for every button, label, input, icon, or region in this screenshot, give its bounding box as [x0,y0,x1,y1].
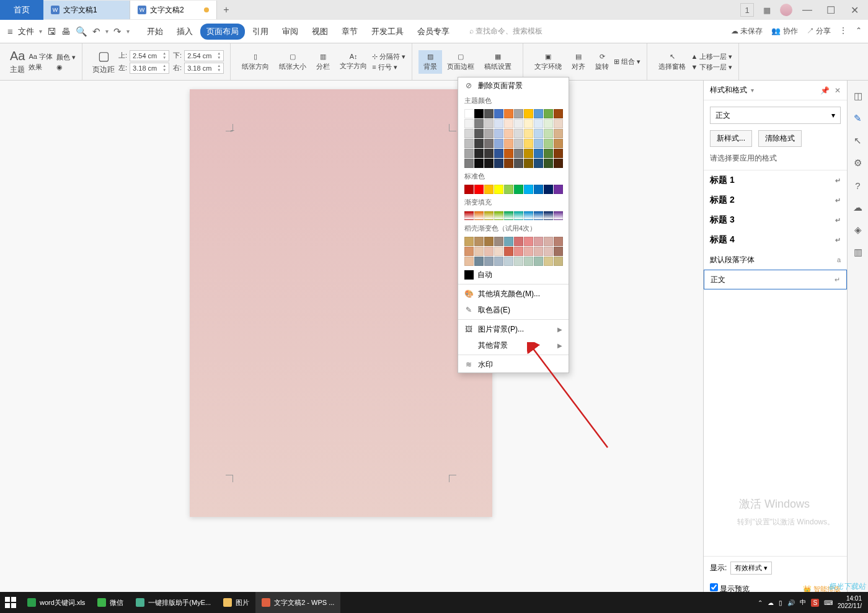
gradient-swatch[interactable] [504,211,513,220]
color-swatch[interactable] [484,119,494,128]
gradient-swatch[interactable] [514,211,523,220]
show-filter-select[interactable]: 有效样式 ▾ [730,562,772,575]
collab-label[interactable]: 👥 协作 [771,26,797,37]
margin-right-input[interactable]: 3.18 cm▲▼ [184,63,224,74]
print-icon[interactable]: 🖶 [61,26,71,37]
select-icon[interactable]: ↖ [851,134,865,148]
other-fill-item[interactable]: 🎨其他填充颜色(M)... [458,286,569,302]
gradient-swatch[interactable] [544,211,553,220]
gradient-swatch[interactable] [554,257,563,266]
color-swatch[interactable] [494,159,503,168]
bring-forward-button[interactable]: ▲ 上移一层 ▾ [691,52,732,61]
color-swatch[interactable] [554,129,563,138]
color-swatch[interactable] [524,129,533,138]
tray-keyboard-icon[interactable]: ⌨ [824,599,833,606]
eyedropper-item[interactable]: ✎取色器(E) [458,302,569,318]
menu-member[interactable]: 会员专享 [411,24,456,40]
style-item[interactable]: 标题 3↵ [704,210,847,230]
gradient-swatch[interactable] [464,211,474,220]
tray-volume-icon[interactable]: 🔊 [787,599,795,606]
orientation-button[interactable]: ▯纸张方向 [237,50,274,74]
add-tab-button[interactable]: + [217,1,236,19]
group-button[interactable]: ⊞ 组合 ▾ [614,57,640,66]
color-swatch[interactable] [464,159,474,168]
color-swatch[interactable] [544,129,553,138]
watermark-item[interactable]: ≋水印 [458,356,569,373]
theme-button[interactable]: Aa主题 [6,49,29,75]
pin-icon[interactable]: 📌 [820,86,830,95]
color-swatch[interactable] [534,119,543,128]
gradient-swatch[interactable] [494,247,503,256]
color-swatch[interactable] [524,185,533,194]
color-swatch[interactable] [544,109,553,118]
separator-button[interactable]: ⊹ 分隔符 ▾ [372,52,405,61]
gradient-swatch[interactable] [514,237,523,246]
tray-network-icon[interactable]: ▯ [779,599,782,606]
color-swatch[interactable] [474,109,484,118]
tray-cloud-icon[interactable]: ☁ [768,599,774,606]
preview-icon[interactable]: 🔍 [76,26,87,37]
color-swatch[interactable] [464,129,474,138]
color-swatch[interactable] [474,129,484,138]
color-swatch[interactable] [524,159,533,168]
gradient-swatch[interactable] [534,247,543,256]
color-swatch[interactable] [534,185,543,194]
gradient-swatch[interactable] [514,257,523,266]
cloud-icon[interactable]: ☁ [851,201,865,214]
effect-dd[interactable]: ◉ [56,63,76,71]
color-swatch[interactable] [544,119,553,128]
color-swatch[interactable] [554,149,563,158]
layout-icon[interactable]: ▥ [851,245,865,259]
gradient-swatch[interactable] [474,247,484,256]
color-swatch[interactable] [494,109,503,118]
gradient-swatch[interactable] [544,257,553,266]
color-swatch[interactable] [514,109,523,118]
color-swatch[interactable] [534,129,543,138]
new-style-button[interactable]: 新样式... [710,130,752,147]
color-swatch[interactable] [544,139,553,148]
color-swatch[interactable] [504,185,513,194]
rotate-button[interactable]: ⟳旋转 [590,50,614,74]
unsaved-label[interactable]: ☁ 未保存 [731,26,763,37]
gradient-swatch[interactable] [484,257,494,266]
menu-page-layout[interactable]: 页面布局 [200,24,245,40]
color-swatch[interactable] [544,185,553,194]
file-menu[interactable]: 文件 [18,26,34,37]
style-item[interactable]: 默认段落字体a [704,250,847,270]
note-paper-button[interactable]: ▦稿纸设置 [479,50,516,74]
taskbar-item[interactable]: 微信 [91,592,130,613]
redo-icon[interactable]: ↷ [113,26,122,37]
gradient-swatch[interactable] [554,247,563,256]
color-swatch[interactable] [464,139,474,148]
color-swatch[interactable] [514,129,523,138]
color-swatch[interactable] [524,119,533,128]
gradient-swatch[interactable] [554,211,563,220]
gradient-swatch[interactable] [484,247,494,256]
command-search[interactable]: 查找命令、搜索模板 [469,26,542,37]
color-swatch[interactable] [544,159,553,168]
style-item[interactable]: 标题 4↵ [704,230,847,250]
clear-format-button[interactable]: 清除格式 [758,130,802,147]
color-swatch[interactable] [484,149,494,158]
menu-view[interactable]: 视图 [306,24,334,40]
styles-icon[interactable]: ✎ [851,112,865,125]
style-item[interactable]: 标题 1↵ [704,170,847,190]
color-swatch[interactable] [534,109,543,118]
gradient-swatch[interactable] [504,257,513,266]
color-swatch[interactable] [494,185,503,194]
home-tab[interactable]: 首页 [0,0,43,20]
current-style-select[interactable]: 正文▾ [710,107,841,124]
gradient-swatch[interactable] [534,237,543,246]
taskbar-item[interactable]: word关键词.xls [21,592,91,613]
color-swatch[interactable] [484,129,494,138]
color-swatch[interactable] [484,185,494,194]
color-swatch[interactable] [474,185,484,194]
color-swatch[interactable] [504,109,513,118]
user-avatar[interactable] [780,4,792,16]
color-swatch[interactable] [524,139,533,148]
align-button[interactable]: ▤对齐 [567,50,590,74]
margin-bottom-input[interactable]: 2.54 cm▲▼ [184,50,224,61]
gradient-swatch[interactable] [494,211,503,220]
margin-left-input[interactable]: 3.18 cm▲▼ [130,63,169,74]
start-button[interactable] [0,592,21,613]
